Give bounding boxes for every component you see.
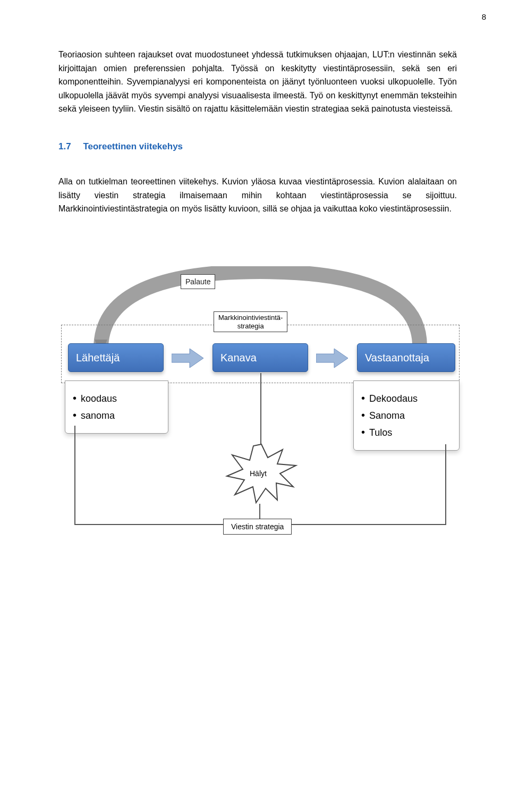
- arrow-right-icon: [172, 348, 203, 369]
- node-channel: Kanava: [212, 343, 308, 372]
- bullet-item: koodaus: [73, 390, 160, 407]
- bullet-item: Sanoma: [361, 407, 452, 424]
- node-receiver-label: Vastaanottaja: [365, 349, 429, 366]
- marketing-strategy-label: Markkinointiviestintä- strategia: [214, 311, 287, 332]
- strategy-line1: Markkinointiviestintä-: [218, 314, 283, 322]
- connector-line-left: [74, 426, 75, 525]
- node-sender-label: Lähettäjä: [76, 349, 120, 366]
- arrow-right-icon: [316, 348, 348, 369]
- page-number: 8: [482, 11, 486, 23]
- node-receiver: Vastaanottaja: [357, 343, 455, 372]
- bullet-item: sanoma: [73, 407, 160, 424]
- section-heading: 1.7 Teoreettinen viitekehys: [58, 139, 457, 154]
- connector-line-right: [445, 444, 446, 525]
- message-strategy-label: Viestin strategia: [223, 519, 292, 535]
- body-paragraph-2: Alla on tutkielman teoreettinen viitekeh…: [58, 175, 457, 216]
- strategy-line2: strategia: [237, 322, 264, 330]
- feedback-label: Palaute: [181, 274, 215, 289]
- svg-marker-1: [172, 349, 203, 368]
- svg-marker-2: [316, 349, 348, 368]
- node-channel-label: Kanava: [220, 349, 257, 366]
- framework-diagram: Palaute Markkinointiviestintä- strategia…: [58, 248, 462, 529]
- bullet-item: Dekoodaus: [361, 390, 452, 407]
- noise-label: Hälyt: [250, 468, 267, 479]
- section-number: 1.7: [58, 141, 71, 151]
- node-sender: Lähettäjä: [68, 343, 164, 372]
- bullet-item: Tulos: [361, 424, 452, 441]
- sender-bullets: koodaus sanoma: [65, 380, 168, 434]
- section-title: Teoreettinen viitekehys: [83, 141, 183, 151]
- receiver-bullets: Dekoodaus Sanoma Tulos: [353, 380, 460, 451]
- body-paragraph-1: Teoriaosion suhteen rajaukset ovat muodo…: [58, 48, 457, 116]
